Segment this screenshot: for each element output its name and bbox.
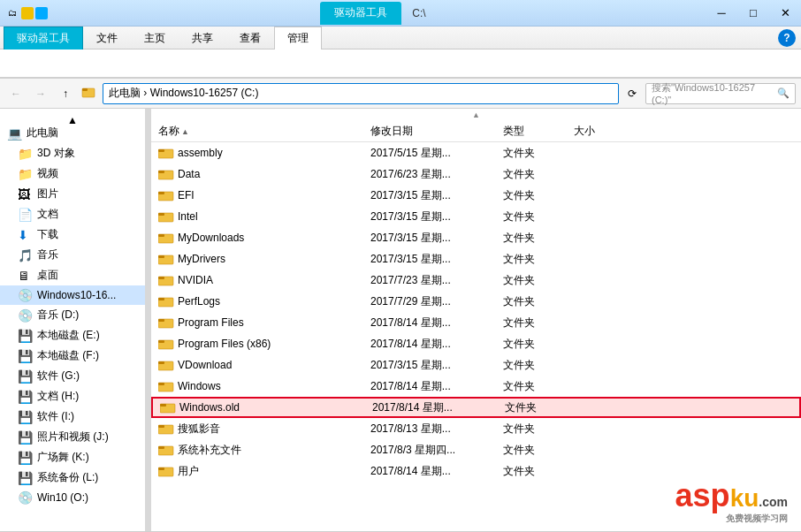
drive-i-icon: 💾 bbox=[18, 410, 34, 424]
sidebar-label: 本地磁盘 (F:) bbox=[37, 348, 99, 363]
sidebar-item-video[interactable]: 📁 视频 bbox=[0, 163, 145, 184]
file-name-cell: Intel bbox=[158, 209, 370, 224]
forward-button[interactable]: → bbox=[30, 83, 51, 104]
tab-driver-tools[interactable]: 驱动器工具 bbox=[4, 27, 83, 49]
sidebar-item-3d[interactable]: 📁 3D 对象 bbox=[0, 143, 145, 163]
file-name: Data bbox=[178, 168, 200, 180]
sidebar-item-documents[interactable]: 📄 文档 bbox=[0, 204, 145, 224]
address-bar[interactable]: 此电脑 › Windows10-16257 (C:) bbox=[103, 83, 619, 104]
tab-view[interactable]: 查看 bbox=[226, 27, 274, 49]
folder-icon bbox=[158, 337, 174, 351]
folder-icon bbox=[158, 422, 174, 436]
table-row[interactable]: Windows 2017/8/14 星期... 文件夹 bbox=[151, 376, 801, 397]
file-name: Windows.old bbox=[179, 401, 240, 414]
sidebar-item-doc-h[interactable]: 💾 文档 (H:) bbox=[0, 386, 145, 407]
table-row[interactable]: Intel 2017/3/15 星期... 文件夹 bbox=[151, 206, 801, 227]
toolbar: ← → ↑ 此电脑 › Windows10-16257 (C:) ⟳ 搜索"Wi… bbox=[0, 79, 801, 109]
drive-h-icon: 💾 bbox=[18, 390, 34, 404]
file-name: Program Files bbox=[178, 316, 244, 329]
minimize-button[interactable]: ─ bbox=[706, 0, 737, 27]
table-row[interactable]: MyDrivers 2017/3/15 星期... 文件夹 bbox=[151, 248, 801, 270]
watermark-asp: asp bbox=[675, 477, 730, 514]
table-row[interactable]: VDownload 2017/3/15 星期... 文件夹 bbox=[151, 354, 801, 376]
window-icon-3 bbox=[35, 7, 48, 19]
table-row[interactable]: 系统补充文件 2017/8/3 星期四... 文件夹 bbox=[151, 439, 801, 460]
file-name: MyDrivers bbox=[178, 253, 225, 265]
drive-j-icon: 💾 bbox=[18, 430, 34, 445]
file-date: 2017/7/23 星期... bbox=[370, 273, 503, 288]
folder-icon bbox=[158, 167, 174, 181]
sidebar-label: 文档 bbox=[37, 207, 58, 222]
sidebar-item-local-f[interactable]: 💾 本地磁盘 (F:) bbox=[0, 346, 145, 366]
file-name-cell: Windows bbox=[158, 379, 370, 393]
sidebar-item-local-e[interactable]: 💾 本地磁盘 (E:) bbox=[0, 325, 145, 346]
table-row[interactable]: NVIDIA 2017/7/23 星期... 文件夹 bbox=[151, 270, 801, 291]
tab-file[interactable]: 文件 bbox=[83, 27, 131, 49]
pc-icon: 💻 bbox=[7, 126, 23, 141]
file-type: 文件夹 bbox=[503, 231, 574, 246]
sidebar-item-soft-i[interactable]: 💾 软件 (I:) bbox=[0, 407, 145, 427]
folder-3d-icon: 📁 bbox=[18, 147, 34, 161]
table-row[interactable]: EFI 2017/3/15 星期... 文件夹 bbox=[151, 185, 801, 206]
watermark-sub: 免费视频学习网 bbox=[726, 513, 788, 525]
back-button[interactable]: ← bbox=[5, 83, 27, 104]
file-name: assembly bbox=[178, 147, 223, 159]
tab-home[interactable]: 主页 bbox=[131, 27, 179, 49]
header-name[interactable]: 名称 ▲ bbox=[158, 124, 370, 139]
music-icon: 🎵 bbox=[18, 248, 34, 262]
table-row[interactable]: Program Files (x86) 2017/8/14 星期... 文件夹 bbox=[151, 333, 801, 354]
header-size[interactable]: 大小 bbox=[574, 124, 794, 139]
folder-icon bbox=[158, 443, 174, 457]
file-list-header: 名称 ▲ 修改日期 类型 大小 bbox=[151, 121, 801, 142]
sidebar-item-music[interactable]: 🎵 音乐 bbox=[0, 245, 145, 265]
svg-rect-29 bbox=[158, 425, 164, 428]
sidebar-item-downloads[interactable]: ⬇ 下载 bbox=[0, 224, 145, 245]
tab-manage[interactable]: 管理 bbox=[274, 27, 322, 49]
driver-tools-tab[interactable]: 驱动器工具 bbox=[320, 2, 401, 25]
sidebar-item-music-d[interactable]: 💿 音乐 (D:) bbox=[0, 305, 145, 325]
folder-icon bbox=[158, 294, 174, 308]
sidebar-item-dance-k[interactable]: 💾 广场舞 (K:) bbox=[0, 447, 145, 467]
sidebar: ▲ 💻 此电脑 📁 3D 对象 📁 视频 🖼 图片 📄 文档 ⬇ 下载 🎵 音乐 bbox=[0, 109, 146, 531]
svg-rect-1 bbox=[82, 88, 88, 91]
maximize-button[interactable]: □ bbox=[737, 0, 769, 27]
table-row[interactable]: Windows.old 2017/8/14 星期... 文件夹 bbox=[151, 397, 801, 418]
file-name-cell: VDownload bbox=[158, 358, 370, 372]
drive-k-icon: 💾 bbox=[18, 451, 34, 465]
table-row[interactable]: PerfLogs 2017/7/29 星期... 文件夹 bbox=[151, 291, 801, 312]
sort-indicator-top[interactable]: ▲ bbox=[151, 109, 801, 121]
file-name-cell: assembly bbox=[158, 146, 370, 160]
header-date[interactable]: 修改日期 bbox=[370, 124, 503, 139]
up-button[interactable]: ↑ bbox=[55, 83, 76, 104]
table-row[interactable]: Program Files 2017/8/14 星期... 文件夹 bbox=[151, 312, 801, 333]
help-icon[interactable]: ? bbox=[778, 29, 796, 47]
table-row[interactable]: Data 2017/6/23 星期... 文件夹 bbox=[151, 163, 801, 185]
sidebar-item-desktop[interactable]: 🖥 桌面 bbox=[0, 265, 145, 285]
file-type: 文件夹 bbox=[503, 294, 574, 309]
sidebar-item-pictures[interactable]: 🖼 图片 bbox=[0, 184, 145, 204]
refresh-button[interactable]: ⟳ bbox=[622, 84, 642, 103]
sidebar-item-photo-j[interactable]: 💾 照片和视频 (J:) bbox=[0, 427, 145, 447]
file-name: VDownload bbox=[178, 359, 232, 371]
sidebar-item-soft-g[interactable]: 💾 软件 (G:) bbox=[0, 366, 145, 386]
file-name-cell: 用户 bbox=[158, 464, 370, 479]
drive-f-icon: 💾 bbox=[18, 349, 34, 363]
sidebar-label: 此电脑 bbox=[27, 125, 58, 141]
svg-rect-23 bbox=[158, 361, 164, 364]
sidebar-item-backup-l[interactable]: 💾 系统备份 (L:) bbox=[0, 467, 145, 488]
svg-rect-33 bbox=[158, 467, 164, 470]
close-button[interactable]: ✕ bbox=[769, 0, 801, 27]
search-box[interactable]: 搜索"Windows10-16257 (C:)" 🔍 bbox=[645, 83, 796, 104]
folder-icon bbox=[158, 146, 174, 160]
titlebar: 🗂 驱动器工具 C:\ ─ □ ✕ bbox=[0, 0, 801, 27]
sidebar-item-win10-o[interactable]: 💿 Win10 (O:) bbox=[0, 488, 145, 507]
tab-share[interactable]: 共享 bbox=[179, 27, 226, 49]
header-type[interactable]: 类型 bbox=[503, 124, 574, 139]
sidebar-label: 本地磁盘 (E:) bbox=[37, 328, 100, 343]
ribbon-content bbox=[0, 49, 801, 78]
table-row[interactable]: 搜狐影音 2017/8/13 星期... 文件夹 bbox=[151, 418, 801, 439]
svg-rect-3 bbox=[158, 149, 164, 152]
sidebar-item-windows10[interactable]: 💿 Windows10-16... bbox=[0, 285, 145, 305]
table-row[interactable]: MyDownloads 2017/3/15 星期... 文件夹 bbox=[151, 227, 801, 248]
table-row[interactable]: assembly 2017/5/15 星期... 文件夹 bbox=[151, 142, 801, 163]
